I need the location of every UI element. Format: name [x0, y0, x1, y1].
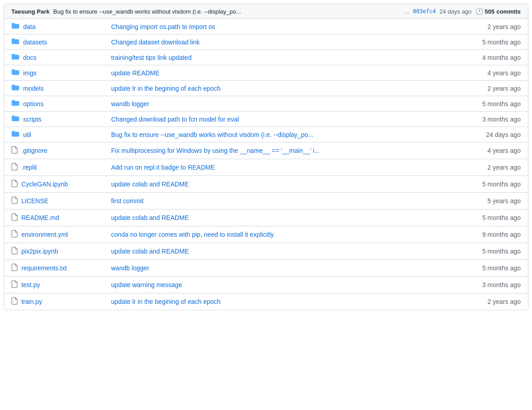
- file-name[interactable]: requirements.txt: [21, 264, 67, 272]
- folder-name[interactable]: models: [23, 85, 44, 92]
- file-commit-message[interactable]: update colab and README: [111, 181, 189, 188]
- file-commit-message[interactable]: wandb logger: [111, 100, 149, 107]
- file-name[interactable]: test.py: [21, 281, 40, 288]
- table-row: optionswandb logger5 months ago: [4, 96, 528, 112]
- file-name[interactable]: LICENSE: [21, 197, 49, 205]
- file-commit-message[interactable]: training/test tips link updated: [111, 54, 191, 61]
- file-name[interactable]: train.py: [21, 298, 42, 305]
- folder-name[interactable]: docs: [23, 54, 37, 61]
- file-cell: test.py: [4, 277, 104, 293]
- table-row: environment.ymlconda no longer comes wit…: [4, 226, 528, 243]
- table-row: modelsupdate lr in the begining of each …: [4, 81, 528, 96]
- commit-message: Bug fix to ensure --use_wandb works with…: [53, 8, 400, 15]
- folder-icon: [11, 54, 20, 61]
- folder-name[interactable]: scripts: [23, 116, 41, 123]
- file-icon: [11, 230, 18, 239]
- commit-message-cell: Bug fix to ensure --use_wandb works with…: [104, 127, 464, 142]
- file-icon: [11, 264, 18, 273]
- folder-cell: scripts: [4, 112, 104, 127]
- folder-cell: util: [4, 127, 104, 142]
- file-time: 4 months ago: [464, 50, 528, 65]
- file-icon: [11, 247, 18, 256]
- commit-message-cell: Changing import os.path to import os: [104, 19, 464, 34]
- file-commit-message[interactable]: first commit: [111, 197, 144, 205]
- file-commit-message[interactable]: update README: [111, 69, 160, 77]
- commit-hash[interactable]: 003efc4: [413, 8, 436, 15]
- file-icon: [11, 213, 18, 222]
- folder-cell: docs: [4, 50, 104, 65]
- file-time: 2 years ago: [464, 159, 528, 176]
- folder-icon: [11, 115, 20, 123]
- file-commit-message[interactable]: Changing import os.path to import os: [111, 23, 215, 30]
- file-commit-message[interactable]: conda no longer comes with pip, need to …: [111, 231, 274, 238]
- file-time: 5 months ago: [464, 243, 528, 260]
- file-time: 2 years ago: [464, 293, 528, 310]
- commit-message-cell: update README: [104, 65, 464, 81]
- folder-name[interactable]: options: [23, 100, 44, 107]
- commit-message-cell: Changed download path to fcn model for e…: [104, 112, 464, 127]
- table-row: .replitAdd run on repl.it badge to READM…: [4, 159, 528, 176]
- table-row: LICENSEfirst commit5 years ago: [4, 193, 528, 210]
- file-commit-message[interactable]: Changed dataset download link: [111, 39, 200, 46]
- commits-count: 505: [485, 8, 495, 15]
- file-name[interactable]: CycleGAN.ipynb: [21, 181, 68, 188]
- latest-commit-header: Taesung Park Bug fix to ensure --use_wan…: [4, 4, 528, 19]
- folder-name[interactable]: util: [23, 131, 31, 138]
- folder-icon: [11, 100, 20, 107]
- file-commit-message[interactable]: Bug fix to ensure --use_wandb works with…: [111, 131, 313, 138]
- file-icon: [11, 297, 18, 306]
- file-commit-message[interactable]: Changed download path to fcn model for e…: [111, 116, 239, 123]
- file-cell: LICENSE: [4, 193, 104, 210]
- file-commit-message[interactable]: update warning message: [111, 281, 182, 288]
- commit-message-cell: update colab and README: [104, 176, 464, 193]
- table-row: dataChanging import os.path to import os…: [4, 19, 528, 34]
- commit-message-expand[interactable]: ...: [405, 8, 410, 15]
- file-commit-message[interactable]: update lr in the begining of each epoch: [111, 298, 220, 305]
- file-time: 5 months ago: [464, 176, 528, 193]
- file-name[interactable]: pix2pix.ipynb: [21, 248, 58, 255]
- commit-time: 24 days ago: [439, 8, 472, 15]
- folder-name[interactable]: data: [23, 23, 35, 30]
- file-commit-message[interactable]: update colab and README: [111, 248, 189, 255]
- file-icon: [11, 196, 18, 205]
- folder-icon: [11, 69, 20, 77]
- folder-name[interactable]: datasets: [23, 39, 47, 46]
- file-cell: environment.yml: [4, 226, 104, 243]
- file-icon: [11, 163, 18, 172]
- file-time: 24 days ago: [464, 127, 528, 142]
- commit-author[interactable]: Taesung Park: [11, 8, 49, 15]
- file-time: 4 years ago: [464, 65, 528, 81]
- file-commit-message[interactable]: wandb logger: [111, 264, 149, 272]
- commit-message-cell: Changed dataset download link: [104, 34, 464, 50]
- commit-message-cell: update warning message: [104, 277, 464, 293]
- file-cell: train.py: [4, 293, 104, 310]
- folder-icon: [11, 84, 20, 92]
- file-name[interactable]: README.md: [21, 214, 59, 221]
- file-cell: .gitignore: [4, 142, 104, 159]
- file-commit-message[interactable]: update colab and README: [111, 214, 189, 221]
- file-commit-message[interactable]: Add run on repl.it badge to README: [111, 164, 215, 171]
- table-row: CycleGAN.ipynbupdate colab and README5 m…: [4, 176, 528, 193]
- folder-cell: datasets: [4, 34, 104, 50]
- file-commit-message[interactable]: Fix multiprocessing for Windows by using…: [111, 147, 320, 154]
- commit-message-cell: update lr in the begining of each epoch: [104, 81, 464, 96]
- commit-message-cell: Fix multiprocessing for Windows by using…: [104, 142, 464, 159]
- file-name[interactable]: .gitignore: [21, 147, 48, 154]
- table-row: requirements.txtwandb logger5 months ago: [4, 260, 528, 277]
- commit-message-cell: update lr in the begining of each epoch: [104, 293, 464, 310]
- file-time: 3 months ago: [464, 277, 528, 293]
- file-name[interactable]: environment.yml: [21, 231, 68, 238]
- file-name[interactable]: .replit: [21, 164, 37, 171]
- folder-name[interactable]: imgs: [23, 69, 37, 77]
- folder-cell: options: [4, 96, 104, 112]
- file-icon: [11, 146, 18, 155]
- file-commit-message[interactable]: update lr in the begining of each epoch: [111, 85, 220, 92]
- folder-cell: data: [4, 19, 104, 34]
- commit-message-cell: conda no longer comes with pip, need to …: [104, 226, 464, 243]
- table-row: .gitignoreFix multiprocessing for Window…: [4, 142, 528, 159]
- file-time: 2 years ago: [464, 19, 528, 34]
- commit-message-cell: wandb logger: [104, 96, 464, 112]
- table-row: train.pyupdate lr in the begining of eac…: [4, 293, 528, 310]
- file-icon: [11, 280, 18, 289]
- commits-count-link[interactable]: 🕐 505 commits: [475, 8, 521, 15]
